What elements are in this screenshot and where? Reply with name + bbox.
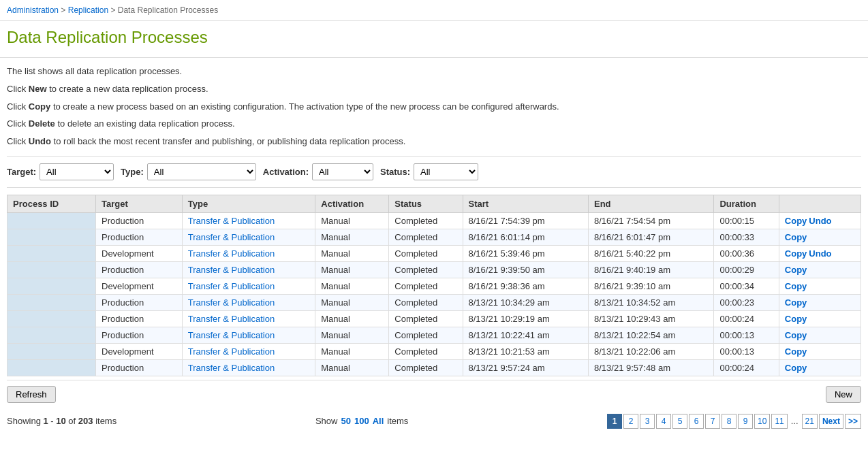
breadcrumb-replication[interactable]: Replication — [68, 5, 108, 15]
cell-type[interactable]: Transfer & Publication — [182, 229, 315, 245]
copy-action-link[interactable]: Copy — [785, 346, 807, 357]
cell-actions[interactable]: Copy — [779, 261, 861, 278]
cell-actions[interactable]: Copy — [779, 294, 861, 310]
cell-actions[interactable]: Copy — [779, 229, 861, 245]
show-all[interactable]: All — [373, 416, 384, 426]
copy-action-link[interactable]: Copy — [785, 232, 807, 242]
cell-actions[interactable]: Copy — [779, 327, 861, 343]
copy-action-link[interactable]: Copy — [785, 248, 807, 259]
next-button[interactable]: Next — [819, 414, 843, 429]
page-7[interactable]: 7 — [705, 414, 720, 429]
page-11[interactable]: 11 — [771, 414, 787, 429]
cell-activation: Manual — [315, 212, 389, 229]
next-last-button[interactable]: >> — [845, 414, 861, 429]
cell-end: 8/16/21 9:39:10 am — [588, 278, 713, 294]
type-link[interactable]: Transfer & Publication — [188, 346, 275, 357]
col-status: Status — [389, 195, 463, 212]
type-link[interactable]: Transfer & Publication — [188, 363, 275, 373]
cell-type[interactable]: Transfer & Publication — [182, 343, 315, 359]
cell-activation: Manual — [315, 359, 389, 376]
cell-activation: Manual — [315, 229, 389, 245]
cell-type[interactable]: Transfer & Publication — [182, 212, 315, 229]
cell-type[interactable]: Transfer & Publication — [182, 278, 315, 294]
show-controls: Show 50 100 All items — [315, 416, 408, 426]
cell-target: Development — [96, 278, 183, 294]
cell-target: Production — [96, 359, 183, 376]
cell-actions[interactable]: CopyUndo — [779, 245, 861, 261]
cell-end: 8/13/21 10:22:06 am — [588, 343, 713, 359]
col-type: Type — [182, 195, 315, 212]
filter-target-select[interactable]: All Production Development — [40, 163, 114, 180]
copy-action-link[interactable]: Copy — [785, 265, 807, 275]
page-4[interactable]: 4 — [656, 414, 671, 429]
show-100[interactable]: 100 — [354, 416, 369, 426]
cell-actions[interactable]: CopyUndo — [779, 212, 861, 229]
page-10[interactable]: 10 — [754, 414, 770, 429]
cell-end: 8/13/21 10:22:54 am — [588, 327, 713, 343]
filter-status-select[interactable]: All Completed Failed Running — [414, 163, 478, 180]
breadcrumb-admin[interactable]: Administration — [7, 5, 59, 15]
cell-start: 8/16/21 5:39:46 pm — [463, 245, 588, 261]
cell-type[interactable]: Transfer & Publication — [182, 261, 315, 278]
main-content: The list shows all data replication proc… — [0, 58, 868, 441]
page-9[interactable]: 9 — [738, 414, 753, 429]
cell-actions[interactable]: Copy — [779, 278, 861, 294]
page-3[interactable]: 3 — [640, 414, 655, 429]
page-1[interactable]: 1 — [607, 414, 622, 429]
cell-type[interactable]: Transfer & Publication — [182, 327, 315, 343]
page-8[interactable]: 8 — [722, 414, 737, 429]
table-row: DevelopmentTransfer & PublicationManualC… — [7, 343, 861, 359]
refresh-button[interactable]: Refresh — [7, 386, 56, 403]
type-link[interactable]: Transfer & Publication — [188, 216, 275, 226]
type-link[interactable]: Transfer & Publication — [188, 330, 275, 340]
show-50[interactable]: 50 — [341, 416, 350, 426]
col-actions — [779, 195, 861, 212]
page-6[interactable]: 6 — [689, 414, 704, 429]
page-21[interactable]: 21 — [802, 414, 818, 429]
filter-activation-group: Activation: All Manual Automatic — [263, 163, 373, 180]
copy-action-link[interactable]: Copy — [785, 330, 807, 340]
filter-status-label: Status: — [380, 167, 410, 177]
cell-process-id — [7, 229, 96, 245]
filter-activation-select[interactable]: All Manual Automatic — [312, 163, 373, 180]
cell-type[interactable]: Transfer & Publication — [182, 294, 315, 310]
type-link[interactable]: Transfer & Publication — [188, 297, 275, 308]
type-link[interactable]: Transfer & Publication — [188, 248, 275, 259]
info-line1: The list shows all data replication proc… — [7, 65, 861, 79]
showing-text: Showing 1 - 10 of 203 items — [7, 416, 117, 426]
processes-table: Process ID Target Type Activation Status… — [7, 195, 861, 376]
cell-actions[interactable]: Copy — [779, 343, 861, 359]
cell-actions[interactable]: Copy — [779, 359, 861, 376]
cell-status: Completed — [389, 245, 463, 261]
type-link[interactable]: Transfer & Publication — [188, 314, 275, 324]
type-link[interactable]: Transfer & Publication — [188, 281, 275, 291]
filter-type-select[interactable]: All Transfer & Publication — [147, 163, 256, 180]
type-link[interactable]: Transfer & Publication — [188, 232, 275, 242]
new-button[interactable]: New — [826, 386, 861, 403]
page-2[interactable]: 2 — [623, 414, 638, 429]
cell-start: 8/16/21 6:01:14 pm — [463, 229, 588, 245]
cell-type[interactable]: Transfer & Publication — [182, 310, 315, 327]
cell-process-id — [7, 294, 96, 310]
cell-process-id — [7, 278, 96, 294]
undo-action-link[interactable]: Undo — [809, 248, 831, 259]
type-link[interactable]: Transfer & Publication — [188, 265, 275, 275]
copy-action-link[interactable]: Copy — [785, 297, 807, 308]
copy-action-link[interactable]: Copy — [785, 314, 807, 324]
cell-activation: Manual — [315, 261, 389, 278]
cell-start: 8/13/21 10:21:53 am — [463, 343, 588, 359]
page-5[interactable]: 5 — [672, 414, 687, 429]
cell-duration: 00:00:34 — [714, 278, 779, 294]
cell-type[interactable]: Transfer & Publication — [182, 359, 315, 376]
cell-type[interactable]: Transfer & Publication — [182, 245, 315, 261]
filter-target-label: Target: — [7, 167, 36, 177]
cell-activation: Manual — [315, 294, 389, 310]
cell-start: 8/13/21 10:34:29 am — [463, 294, 588, 310]
copy-action-link[interactable]: Copy — [785, 363, 807, 373]
copy-action-link[interactable]: Copy — [785, 281, 807, 291]
cell-target: Production — [96, 310, 183, 327]
undo-action-link[interactable]: Undo — [809, 216, 831, 226]
cell-actions[interactable]: Copy — [779, 310, 861, 327]
cell-status: Completed — [389, 343, 463, 359]
copy-action-link[interactable]: Copy — [785, 216, 807, 226]
